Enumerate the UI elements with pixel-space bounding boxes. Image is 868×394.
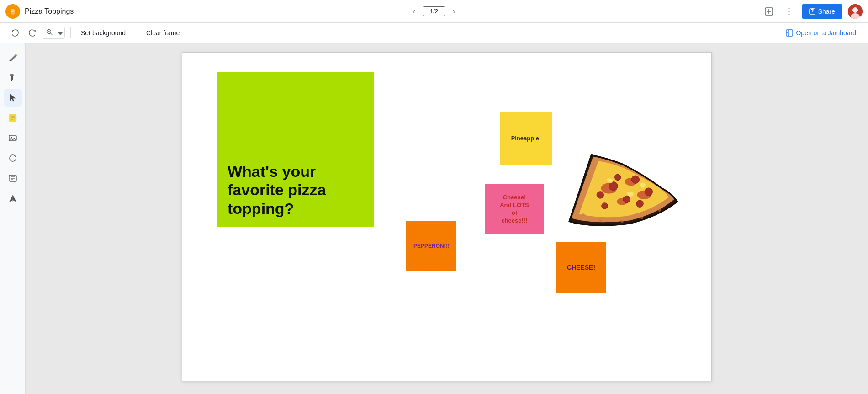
svg-point-44 <box>623 196 630 202</box>
svg-point-12 <box>852 7 858 13</box>
open-jamboard-label: Open on a Jamboard <box>796 29 856 37</box>
open-jamboard-button[interactable]: Open on a Jamboard <box>781 27 861 39</box>
svg-point-45 <box>597 192 603 198</box>
set-background-button[interactable]: Set background <box>76 27 130 39</box>
text-box-tool-button[interactable] <box>4 169 22 187</box>
clear-frame-button[interactable]: Clear frame <box>142 27 184 39</box>
redo-button[interactable] <box>25 26 40 40</box>
svg-point-31 <box>10 155 16 161</box>
toolbar-separator-2 <box>136 27 136 38</box>
sticky-note-tool-button[interactable] <box>4 109 22 127</box>
canvas-frame: What's your favorite pizza topping? Pine… <box>182 52 712 381</box>
slide-counter[interactable]: 1/2 <box>423 6 445 16</box>
svg-point-51 <box>621 220 624 223</box>
sticky-note-orange-pepperoni[interactable]: PEPPERONI!! <box>406 221 456 271</box>
prev-slide-button[interactable]: ‹ <box>409 5 419 18</box>
image-tool-button[interactable] <box>4 129 22 147</box>
navbar-right: Share <box>762 4 863 19</box>
navbar-left: Pizza Toppings <box>5 4 74 19</box>
toolbar-row: Set background Clear frame Open on a Jam… <box>0 23 868 43</box>
top-navbar: Pizza Toppings ‹ 1/2 › <box>0 0 868 23</box>
svg-point-6 <box>788 8 789 9</box>
svg-point-46 <box>636 200 643 207</box>
svg-rect-23 <box>11 80 12 81</box>
side-tools <box>0 43 26 394</box>
svg-point-48 <box>602 203 608 209</box>
svg-point-21 <box>15 54 17 56</box>
pizza-image <box>561 151 684 229</box>
circle-tool-button[interactable] <box>4 149 22 167</box>
svg-rect-24 <box>10 74 14 76</box>
navbar-center: ‹ 1/2 › <box>409 5 459 18</box>
svg-point-49 <box>582 213 585 216</box>
marker-tool-button[interactable] <box>4 69 22 87</box>
sticky-note-pink-text: Cheese!And LOTSofcheese!!! <box>500 194 529 225</box>
select-tool-button[interactable] <box>4 89 22 107</box>
toolbar-separator <box>70 27 71 38</box>
laser-tool-button[interactable] <box>4 189 22 208</box>
sticky-note-green[interactable]: What's your favorite pizza topping? <box>217 72 374 227</box>
app-logo <box>5 4 20 19</box>
avatar <box>848 4 863 19</box>
pen-tool-button[interactable] <box>4 48 22 67</box>
svg-point-42 <box>631 176 639 183</box>
next-slide-button[interactable]: › <box>449 5 459 18</box>
more-options-button[interactable] <box>782 4 796 19</box>
svg-point-2 <box>11 9 15 12</box>
svg-line-15 <box>51 33 53 35</box>
sticky-note-yellow[interactable]: Pineapple! <box>500 112 552 165</box>
svg-point-30 <box>11 137 12 138</box>
svg-point-41 <box>609 182 618 191</box>
svg-point-50 <box>599 219 602 222</box>
sticky-note-orange-cheese-text: CHEESE! <box>567 264 595 271</box>
undo-button[interactable] <box>7 26 23 40</box>
share-button[interactable]: Share <box>802 4 842 19</box>
sticky-note-orange-cheese[interactable]: CHEESE! <box>556 242 606 293</box>
zoom-dropdown-button[interactable] <box>56 27 64 38</box>
app-title: Pizza Toppings <box>25 7 74 16</box>
add-frame-button[interactable] <box>762 4 776 19</box>
svg-point-47 <box>615 174 621 181</box>
toolbar-left: Set background Clear frame <box>7 26 184 40</box>
zoom-button[interactable] <box>42 27 56 38</box>
share-label: Share <box>818 8 835 15</box>
toolbar-right: Open on a Jamboard <box>781 27 861 39</box>
main-area: What's your favorite pizza topping? Pine… <box>0 43 868 394</box>
sticky-note-orange-pepperoni-text: PEPPERONI!! <box>413 243 449 249</box>
sticky-note-pink[interactable]: Cheese!And LOTSofcheese!!! <box>485 184 544 234</box>
pizza-svg <box>561 151 684 228</box>
svg-point-8 <box>788 13 789 15</box>
svg-point-53 <box>658 209 661 212</box>
canvas-wrapper[interactable]: What's your favorite pizza topping? Pine… <box>26 43 868 394</box>
zoom-group <box>42 27 65 39</box>
svg-point-43 <box>645 188 652 196</box>
sticky-note-green-text: What's your favorite pizza topping? <box>228 162 363 218</box>
svg-point-7 <box>788 11 789 12</box>
sticky-note-yellow-text: Pineapple! <box>511 135 541 142</box>
